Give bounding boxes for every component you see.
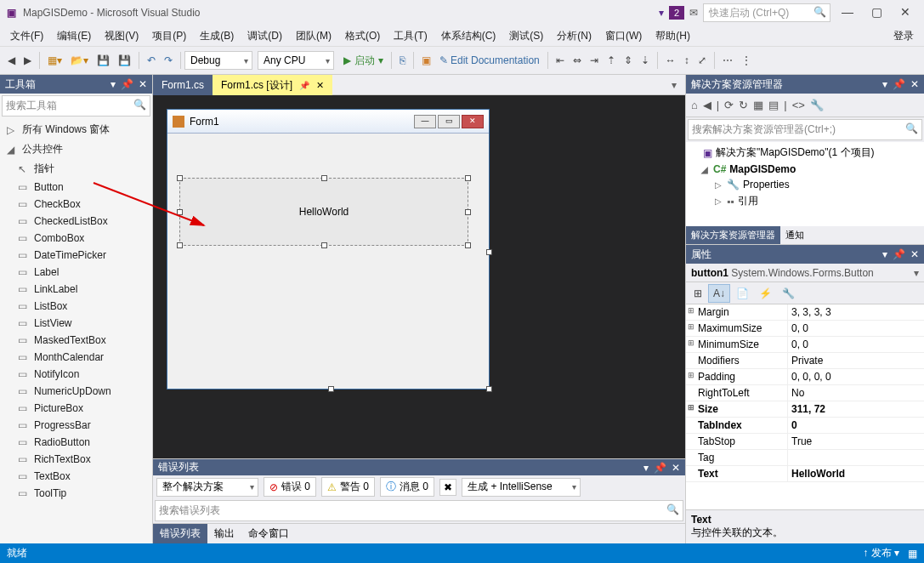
- form-close-button[interactable]: ✕: [462, 115, 484, 128]
- toolbox-item-指针[interactable]: ↖指针: [0, 159, 152, 179]
- undo-button[interactable]: ↶: [143, 52, 160, 69]
- sync-icon[interactable]: ⟳: [724, 99, 734, 111]
- property-row[interactable]: Tag: [686, 450, 924, 466]
- dropdown-icon[interactable]: ▾: [643, 462, 649, 474]
- toolbox-item-tooltip[interactable]: ▭ToolTip: [0, 485, 152, 502]
- publish-button[interactable]: ↑ 发布 ▾: [863, 546, 899, 560]
- code-icon[interactable]: <>: [792, 99, 805, 111]
- toolbox-group[interactable]: ◢公共控件: [0, 139, 152, 159]
- property-row[interactable]: ⊞Margin3, 3, 3, 3: [686, 304, 924, 321]
- solution-search-input[interactable]: 搜索解决方案资源管理器(Ctrl+;)🔍: [688, 119, 922, 140]
- close-icon[interactable]: ✕: [139, 78, 147, 90]
- menu-edit[interactable]: 编辑(E): [50, 26, 98, 46]
- refresh-icon[interactable]: ↻: [739, 99, 748, 111]
- toolbox-item-listview[interactable]: ▭ListView: [0, 315, 152, 332]
- toolbox-item-notifyicon[interactable]: ▭NotifyIcon: [0, 366, 152, 383]
- warnings-filter[interactable]: ⚠警告 0: [321, 477, 375, 497]
- pin-icon[interactable]: 📌: [121, 78, 133, 90]
- dropdown-icon[interactable]: ▾: [111, 78, 116, 90]
- hspacing-icon[interactable]: ⋯: [718, 52, 737, 69]
- nav-back-button[interactable]: ◀: [3, 52, 20, 69]
- form-minimize-button[interactable]: —: [414, 115, 436, 128]
- close-icon[interactable]: ✕: [672, 462, 680, 474]
- source-control-icon[interactable]: ▦: [908, 548, 917, 560]
- menu-test[interactable]: 测试(S): [502, 26, 550, 46]
- redo-button[interactable]: ↷: [160, 52, 177, 69]
- project-node[interactable]: ◢C#MapGISDemo: [688, 162, 922, 177]
- menu-team[interactable]: 团队(M): [289, 26, 338, 46]
- pin-icon[interactable]: 📌: [654, 462, 666, 474]
- toolbox-item-progressbar[interactable]: ▭ProgressBar: [0, 417, 152, 434]
- step-button[interactable]: ▣: [417, 52, 435, 69]
- start-debug-button[interactable]: ▶ 启动 ▾: [339, 51, 388, 71]
- dropdown-icon[interactable]: ▾: [882, 248, 887, 260]
- menu-file[interactable]: 文件(F): [3, 26, 50, 46]
- property-row[interactable]: ⊞MinimumSize0, 0: [686, 337, 924, 353]
- toolbox-item-datetimepicker[interactable]: ▭DateTimePicker: [0, 247, 152, 264]
- toolbox-group[interactable]: ▷所有 Windows 窗体: [0, 120, 152, 139]
- errors-filter[interactable]: ⊘错误 0: [264, 477, 316, 497]
- home-icon[interactable]: ⌂: [691, 99, 698, 111]
- open-file-button[interactable]: 📂▾: [66, 52, 93, 69]
- minimize-button[interactable]: ―: [836, 4, 859, 21]
- save-all-button[interactable]: 💾: [114, 52, 135, 69]
- property-row[interactable]: ModifiersPrivate: [686, 353, 924, 369]
- pin-icon[interactable]: 📌: [893, 78, 905, 90]
- align-middle-icon[interactable]: ⇕: [620, 52, 637, 69]
- properties-node[interactable]: ▷🔧Properties: [688, 177, 922, 192]
- toolbox-item-linklabel[interactable]: ▭LinkLabel: [0, 281, 152, 298]
- platform-combo[interactable]: Any CPU: [258, 51, 334, 70]
- property-row[interactable]: TextHelloWorld: [686, 466, 924, 482]
- property-row[interactable]: ⊞MaximumSize0, 0: [686, 321, 924, 337]
- error-tab-cmd[interactable]: 命令窗口: [241, 524, 296, 543]
- alphabetical-icon[interactable]: A↓: [708, 284, 730, 303]
- solution-tab[interactable]: 解决方案资源管理器: [686, 226, 780, 244]
- properties-object-selector[interactable]: button1 System.Windows.Forms.Button ▾: [686, 264, 924, 282]
- save-button[interactable]: 💾: [93, 52, 114, 69]
- property-row[interactable]: TabIndex0: [686, 418, 924, 434]
- align-left-icon[interactable]: ⇤: [552, 52, 569, 69]
- maximize-button[interactable]: ▢: [864, 4, 888, 21]
- menu-arch[interactable]: 体系结构(C): [434, 26, 503, 46]
- build-intellisense-combo[interactable]: 生成 + IntelliSense: [462, 478, 581, 497]
- menu-analyze[interactable]: 分析(N): [550, 26, 598, 46]
- categorized-icon[interactable]: ⊞: [689, 285, 706, 302]
- menu-build[interactable]: 生成(B): [193, 26, 241, 46]
- login-link[interactable]: 登录: [887, 26, 921, 46]
- feedback-icon[interactable]: ✉: [689, 7, 698, 19]
- close-icon[interactable]: ✕: [316, 80, 324, 91]
- menu-help[interactable]: 帮助(H): [649, 26, 697, 46]
- pin-icon[interactable]: 📌: [299, 81, 309, 90]
- notification-badge[interactable]: 2: [669, 6, 684, 20]
- back-icon[interactable]: ◀: [703, 99, 711, 111]
- new-project-button[interactable]: ▦▾: [43, 52, 66, 69]
- close-icon[interactable]: ✕: [910, 248, 919, 260]
- solution-root[interactable]: ▣解决方案"MapGISDemo"(1 个项目): [688, 144, 922, 162]
- property-row[interactable]: ⊞Size311, 72: [686, 401, 924, 418]
- menu-view[interactable]: 视图(V): [98, 26, 145, 46]
- build-filter-button[interactable]: ✖: [439, 479, 456, 496]
- size-height-icon[interactable]: ↕: [680, 52, 694, 69]
- dropdown-icon[interactable]: ▾: [882, 78, 887, 90]
- align-top-icon[interactable]: ⇡: [603, 52, 620, 69]
- toolbox-item-textbox[interactable]: ▭TextBox: [0, 468, 152, 485]
- property-pages-icon[interactable]: 🔧: [778, 285, 799, 302]
- size-both-icon[interactable]: ⤢: [694, 52, 711, 69]
- pin-icon[interactable]: 📌: [893, 248, 905, 260]
- messages-filter[interactable]: ⓘ消息 0: [380, 477, 434, 497]
- toolbox-item-maskedtextbox[interactable]: ▭MaskedTextBox: [0, 332, 152, 349]
- nav-fwd-button[interactable]: ▶: [20, 52, 36, 69]
- config-combo[interactable]: Debug: [184, 51, 252, 70]
- error-search-input[interactable]: 搜索错误列表🔍: [155, 500, 683, 521]
- size-width-icon[interactable]: ↔: [661, 52, 680, 69]
- error-scope-combo[interactable]: 整个解决方案: [156, 478, 258, 497]
- menu-format[interactable]: 格式(O): [338, 26, 387, 46]
- notification-tab[interactable]: 通知: [780, 226, 809, 244]
- collapse-icon[interactable]: ▦: [753, 99, 763, 111]
- tab-overflow-button[interactable]: ▾: [663, 75, 685, 95]
- toolbox-item-radiobutton[interactable]: ▭RadioButton: [0, 434, 152, 451]
- menu-debug[interactable]: 调试(D): [241, 26, 289, 46]
- toolbox-item-listbox[interactable]: ▭ListBox: [0, 298, 152, 315]
- form-designer[interactable]: Form1 — ▭ ✕ HelloWorld: [153, 95, 685, 458]
- toolbox-item-numericupdown[interactable]: ▭NumericUpDown: [0, 383, 152, 400]
